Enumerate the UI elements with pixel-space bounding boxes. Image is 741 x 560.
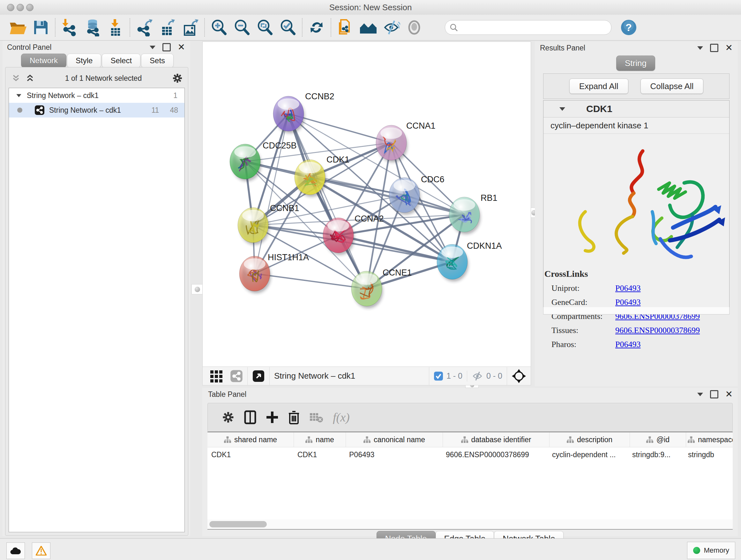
tab-network[interactable]: Network — [21, 54, 66, 68]
column-header--id[interactable]: @id — [630, 432, 686, 447]
network-edge[interactable] — [255, 273, 367, 289]
collapse-all-button[interactable]: Collapse All — [641, 78, 704, 94]
network-node-cdkn1a[interactable] — [437, 244, 468, 282]
crosslink-link[interactable]: P06493 — [615, 284, 641, 293]
hidden-eye-icon[interactable] — [472, 371, 483, 381]
memory-button[interactable]: Memory — [687, 542, 735, 559]
float-panel-icon[interactable] — [162, 43, 171, 51]
select-columns-icon[interactable] — [244, 410, 256, 424]
zoom-in-button[interactable] — [207, 17, 230, 38]
table-row[interactable]: CDK1CDK1P064939606.ENSP00000378699cyclin… — [207, 447, 733, 462]
table-horizontal-scrollbar[interactable] — [207, 519, 733, 530]
warnings-button[interactable] — [32, 543, 51, 559]
panel-menu-icon[interactable] — [697, 393, 703, 396]
copy-network-button[interactable] — [334, 17, 357, 38]
table-cell[interactable]: CDK1 — [207, 447, 293, 462]
table-cell[interactable]: CDK1 — [293, 447, 345, 462]
network-graph[interactable]: CCNB2CCNA1CDC25BCDK1CDC6RB1CCNB1CCNA2CDK… — [203, 42, 531, 367]
tab-select[interactable]: Select — [102, 54, 140, 68]
selected-checkbox-icon[interactable] — [434, 371, 443, 381]
zoom-out-button[interactable] — [230, 17, 253, 38]
scrollbar-thumb[interactable] — [209, 521, 267, 527]
search-box[interactable] — [445, 20, 611, 35]
network-node-ccne1[interactable] — [351, 271, 383, 308]
network-edge[interactable] — [288, 114, 367, 289]
crosslink-link[interactable]: P06493 — [615, 298, 641, 307]
crosslink-link[interactable]: 9606.ENSP00000378699 — [615, 326, 700, 335]
cloud-button[interactable] — [6, 543, 25, 559]
tab-sets[interactable]: Sets — [141, 54, 174, 68]
network-node-ccna2[interactable] — [323, 218, 354, 255]
network-node-rb1[interactable] — [449, 197, 481, 234]
export-network-icon — [135, 18, 153, 37]
network-collection-row[interactable]: String Network – cdk1 1 — [9, 88, 185, 103]
open-in-window-icon[interactable] — [252, 370, 265, 382]
table-cell[interactable]: 9606.ENSP00000378699 — [442, 447, 548, 462]
tab-string[interactable]: String — [616, 56, 655, 71]
zoom-selected-button[interactable] — [276, 17, 299, 38]
column-header-namespace[interactable]: namespace — [686, 432, 733, 447]
refresh-button[interactable] — [305, 17, 328, 38]
network-node-ccna1[interactable] — [376, 125, 408, 163]
column-header-name[interactable]: name — [294, 432, 346, 447]
network-node-hist1h1a[interactable] — [239, 256, 271, 294]
help-icon: ? — [620, 19, 637, 36]
import-network-file-button[interactable] — [58, 17, 81, 38]
collection-expander-icon[interactable] — [16, 94, 21, 97]
column-header-canonical-name[interactable]: canonical name — [346, 432, 443, 447]
birdseye-icon[interactable] — [512, 369, 526, 383]
table-cell[interactable]: cyclin-dependent ... — [548, 447, 628, 462]
export-network-button[interactable] — [133, 17, 156, 38]
network-row[interactable]: String Network – cdk1 11 48 — [9, 103, 185, 118]
import-table-file-button[interactable] — [104, 17, 127, 38]
table-cell[interactable]: stringdb — [684, 447, 733, 462]
crosslink-link[interactable]: P06493 — [615, 340, 641, 349]
tab-style[interactable]: Style — [67, 54, 101, 68]
entry-expander-icon[interactable] — [559, 107, 565, 111]
table-gear-icon[interactable] — [222, 411, 234, 424]
open-session-button[interactable] — [6, 17, 29, 38]
network-edge[interactable] — [255, 114, 288, 273]
import-network-database-button[interactable] — [81, 17, 104, 38]
export-image-button[interactable] — [179, 17, 202, 38]
close-window-button[interactable] — [7, 4, 14, 11]
expand-all-button[interactable]: Expand All — [569, 78, 628, 94]
table-cell[interactable]: stringdb:9... — [628, 447, 684, 462]
delete-column-icon[interactable] — [288, 410, 300, 424]
close-panel-icon[interactable]: ✕ — [725, 391, 733, 397]
presentation-eye-button[interactable] — [403, 17, 426, 38]
panel-menu-icon[interactable] — [150, 46, 155, 49]
close-panel-icon[interactable]: ✕ — [725, 45, 733, 51]
column-header-shared-name[interactable]: shared name — [207, 432, 294, 447]
collapse-all-icon[interactable] — [25, 73, 35, 83]
left-divider-handle[interactable] — [192, 284, 203, 294]
column-header-database-identifier[interactable]: database identifier — [443, 432, 549, 447]
network-canvas[interactable]: CCNB2CCNA1CDC25BCDK1CDC6RB1CCNB1CCNA2CDK… — [202, 42, 531, 367]
column-header-description[interactable]: description — [549, 432, 630, 447]
search-input[interactable] — [461, 23, 607, 32]
float-panel-icon[interactable] — [710, 44, 718, 52]
minimize-window-button[interactable] — [17, 4, 24, 11]
add-column-icon[interactable] — [266, 411, 279, 424]
results-scroll-strip[interactable] — [543, 307, 730, 314]
gene-entry-header[interactable]: CDK1 — [543, 101, 729, 118]
gear-icon[interactable] — [172, 73, 183, 84]
network-node-ccnb1[interactable] — [238, 207, 269, 245]
share-view-icon[interactable] — [230, 370, 243, 382]
string-home-button[interactable] — [357, 17, 380, 38]
hide-unhide-button[interactable] — [380, 17, 403, 38]
expand-all-icon[interactable] — [11, 73, 21, 83]
zoom-fit-button[interactable] — [253, 17, 276, 38]
column-type-icon — [363, 436, 370, 443]
close-panel-icon[interactable]: ✕ — [178, 44, 185, 51]
help-button[interactable]: ? — [617, 17, 640, 38]
float-panel-icon[interactable] — [710, 390, 718, 398]
network-node-ccnb2[interactable] — [273, 96, 305, 133]
export-table-button[interactable] — [156, 17, 179, 38]
network-node-cdk1[interactable] — [294, 160, 326, 197]
panel-menu-icon[interactable] — [697, 46, 703, 50]
grid-view-icon[interactable] — [210, 369, 224, 383]
table-cell[interactable]: P06493 — [345, 447, 442, 462]
save-session-button[interactable] — [29, 17, 52, 38]
zoom-window-button[interactable] — [26, 4, 33, 11]
